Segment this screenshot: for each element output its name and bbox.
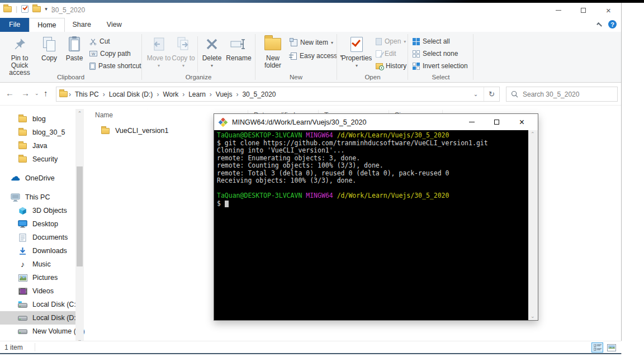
sidebar-item-blog-30-5[interactable]: blog_30_5: [0, 126, 75, 139]
sidebar-item-java[interactable]: Java: [0, 139, 75, 153]
sidebar-item-label: Videos: [32, 287, 54, 295]
easy-access-button[interactable]: Easy access ▾: [291, 51, 342, 61]
select-all-button[interactable]: Select all: [413, 36, 450, 46]
sidebar-item-music[interactable]: ♪Music: [0, 258, 75, 271]
invert-selection-icon: [413, 63, 420, 70]
sidebar-scrollbar[interactable]: ⌃ ⌄: [75, 109, 84, 344]
paste-shortcut-button[interactable]: Paste shortcut: [89, 61, 141, 71]
qat-new-folder-icon[interactable]: [32, 6, 41, 12]
properties-button[interactable]: Properties ▾: [341, 35, 372, 69]
terminal-console[interactable]: TaQuan@DESKTOP-3LVCAVN MINGW64 /d/Work/L…: [214, 130, 538, 320]
this-pc-icon: [11, 193, 20, 202]
paste-shortcut-icon: [89, 63, 96, 70]
edit-button[interactable]: Edit: [376, 49, 396, 59]
address-dropdown-icon[interactable]: ⌄: [468, 87, 484, 101]
new-folder-button[interactable]: New folder: [258, 35, 287, 69]
back-icon[interactable]: ←: [6, 88, 14, 98]
sidebar-item-local-disk-c[interactable]: Local Disk (C:): [0, 298, 75, 311]
delete-button[interactable]: Delete ▾: [200, 35, 224, 69]
sidebar-item-videos[interactable]: Videos: [0, 284, 75, 298]
sidebar-item-security[interactable]: Security: [0, 153, 75, 166]
breadcrumb-item[interactable]: Work: [159, 90, 182, 98]
cut-button[interactable]: Cut: [89, 36, 110, 46]
tab-share[interactable]: Share: [65, 18, 99, 32]
search-input[interactable]: [523, 90, 607, 98]
copy-button[interactable]: Copy: [38, 35, 60, 62]
sidebar-item-blog[interactable]: blog: [0, 112, 75, 126]
sidebar-item-onedrive[interactable]: OneDrive: [0, 172, 75, 185]
close-button[interactable]: ×: [596, 3, 621, 18]
scroll-up-icon[interactable]: ⌃: [75, 109, 84, 117]
sidebar-item-new-volume-e[interactable]: New Volume (E:): [0, 325, 75, 338]
select-none-button[interactable]: Select none: [413, 49, 458, 59]
large-icons-view-button[interactable]: [605, 342, 617, 353]
sidebar-item-pictures[interactable]: Pictures: [0, 271, 75, 284]
search-box[interactable]: [506, 87, 618, 102]
new-item-button[interactable]: New item ▾: [291, 37, 333, 47]
terminal-scrollbar[interactable]: ⌃ ⌄: [528, 130, 538, 320]
open-button[interactable]: Open ▾: [376, 36, 406, 46]
details-view-button[interactable]: [591, 342, 603, 353]
terminal-title: MINGW64:/d/Work/Learn/Vuejs/30_5_2020: [232, 118, 366, 126]
sidebar-item-downloads[interactable]: Downloads: [0, 244, 75, 258]
help-icon[interactable]: ?: [608, 20, 617, 28]
pin-to-quick-access-button[interactable]: Pin to Quick access: [3, 35, 36, 77]
maximize-button[interactable]: [571, 3, 596, 18]
terminal-scroll-up-icon[interactable]: ⌃: [531, 132, 535, 136]
copy-path-button[interactable]: W Copy path: [89, 49, 131, 59]
group-label-select: Select: [409, 74, 473, 80]
explorer-titlebar[interactable]: | ▾ | 30_5_2020 ×: [0, 3, 621, 18]
terminal-maximize-button[interactable]: [484, 114, 509, 130]
sidebar-item-documents[interactable]: Documents: [0, 231, 75, 244]
copy-icon: [42, 35, 56, 53]
screen: | ▾ | 30_5_2020 × File Home Share View ?: [0, 0, 644, 362]
sidebar-item-this-pc[interactable]: This PC: [0, 190, 75, 204]
paste-button[interactable]: Paste: [63, 35, 86, 62]
history-button[interactable]: History: [376, 61, 406, 71]
recent-locations-caret-icon[interactable]: ⌄: [35, 90, 39, 96]
terminal-close-button[interactable]: ×: [509, 114, 534, 130]
sidebar-item-desktop[interactable]: Desktop: [0, 217, 75, 231]
copy-path-icon: W: [89, 51, 97, 56]
folder-icon: [18, 128, 27, 137]
sidebar-item-label: Music: [32, 260, 51, 268]
up-icon[interactable]: ↑: [44, 88, 48, 98]
sidebar-scrollbar-thumb[interactable]: [77, 166, 83, 266]
qat-properties-icon[interactable]: [21, 5, 29, 13]
quick-access-toolbar: | ▾ |: [3, 5, 53, 13]
breadcrumb-item[interactable]: Learn: [185, 90, 209, 98]
sidebar-item-label: Java: [32, 142, 47, 150]
new-item-icon: [291, 39, 297, 46]
dropdown-caret-icon: ▾: [331, 40, 333, 45]
address-breadcrumb-bar[interactable]: › This PC›Local Disk (D:)›Work›Learn›Vue…: [56, 87, 500, 102]
sidebar-item-label: 3D Objects: [32, 207, 67, 215]
documents-icon: [18, 233, 27, 242]
terminal-titlebar[interactable]: MINGW64:/d/Work/Learn/Vuejs/30_5_2020 ×: [214, 114, 538, 130]
terminal-scroll-down-icon[interactable]: ⌄: [531, 314, 535, 318]
tab-view[interactable]: View: [99, 18, 130, 32]
collapse-ribbon-icon[interactable]: [596, 22, 602, 28]
sidebar-item-local-disk-d[interactable]: Local Disk (D:): [0, 311, 75, 325]
qat-customize-caret-icon[interactable]: ▾: [45, 6, 48, 12]
rename-button[interactable]: Rename: [224, 35, 253, 62]
refresh-icon[interactable]: ↻: [484, 87, 499, 101]
navigation-pane: blogblog_30_5JavaSecurityOneDriveThis PC…: [0, 109, 84, 344]
forward-icon[interactable]: →: [21, 88, 30, 98]
minimize-button[interactable]: [546, 3, 571, 18]
group-label-organize: Organize: [143, 74, 254, 80]
tab-file[interactable]: File: [0, 18, 29, 32]
delete-x-icon: [205, 35, 219, 53]
breadcrumb-item[interactable]: 30_5_2020: [239, 90, 279, 98]
mintty-terminal-window[interactable]: MINGW64:/d/Work/Learn/Vuejs/30_5_2020 × …: [214, 113, 538, 321]
terminal-minimize-button[interactable]: [459, 114, 484, 130]
terminal-line: TaQuan@DESKTOP-3LVCAVN MINGW64 /d/Work/L…: [217, 132, 527, 140]
invert-selection-button[interactable]: Invert selection: [413, 61, 468, 71]
move-to-button[interactable]: Move to ▾: [146, 35, 171, 69]
breadcrumb-item[interactable]: Vuejs: [212, 90, 236, 98]
copy-to-button[interactable]: Copy to ▾: [171, 35, 196, 69]
breadcrumb-item[interactable]: This PC: [72, 90, 102, 98]
folder-icon: [18, 155, 27, 164]
sidebar-item-3d-objects[interactable]: 3D Objects: [0, 204, 75, 217]
breadcrumb-item[interactable]: Local Disk (D:): [106, 90, 157, 98]
tab-home[interactable]: Home: [29, 18, 64, 32]
